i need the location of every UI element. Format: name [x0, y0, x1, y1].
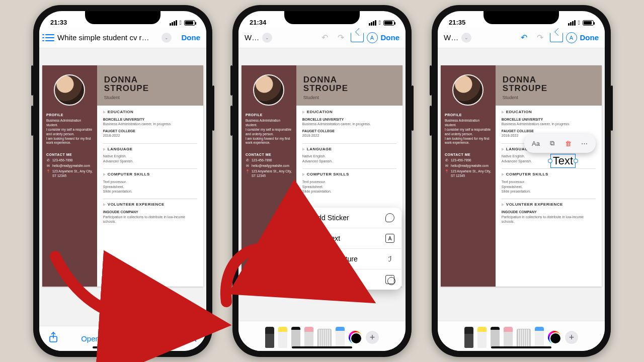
marker-tool[interactable] — [477, 327, 487, 348]
add-button[interactable]: + — [565, 331, 578, 344]
duplicate-button[interactable]: ⧉ — [545, 137, 558, 150]
clock: 21:33 — [50, 19, 67, 26]
share-icon[interactable] — [48, 332, 58, 345]
chevron-down-icon[interactable]: ⌄ — [162, 33, 172, 43]
role: Student — [104, 95, 196, 101]
menu-add-sticker[interactable]: Add Sticker — [306, 208, 401, 228]
phone-1: 21:33 􀙇 White simple student cv r… ⌄ Don… — [33, 5, 212, 357]
document-title[interactable]: White simple student cv r… — [57, 33, 158, 42]
redo-icon[interactable]: ↷ — [335, 31, 348, 44]
name-line-1: DONNA — [104, 75, 196, 84]
marker-tool[interactable] — [278, 327, 287, 348]
toc-icon[interactable] — [45, 34, 54, 41]
done-button[interactable]: Done — [182, 33, 201, 42]
document-title[interactable]: W… — [444, 33, 458, 42]
sticker-icon — [385, 213, 394, 222]
markup-icon[interactable]: ✎ — [153, 333, 165, 344]
pencil-tool[interactable] — [491, 327, 500, 348]
resize-handle-right[interactable] — [574, 159, 578, 163]
more-button[interactable]: ⋯ — [578, 137, 591, 150]
battery-icon — [184, 20, 195, 26]
pen-tool[interactable] — [265, 327, 274, 348]
shape-icon — [385, 275, 394, 284]
contact-phone: 123-456-7890 — [52, 158, 72, 163]
undo-icon[interactable]: ↶ — [518, 31, 531, 44]
open-in-books-button[interactable]: Open in Books — [81, 334, 130, 343]
avatar — [54, 74, 85, 106]
color-picker[interactable] — [548, 331, 561, 344]
menu-add-text[interactable]: Add TextA — [306, 228, 401, 248]
wifi-icon: 􀙇 — [379, 19, 381, 26]
home-indicator[interactable] — [292, 346, 352, 348]
clock: 21:35 — [449, 19, 465, 26]
cv-document[interactable]: PROFILE Business Administration student.… — [441, 65, 602, 287]
signature-icon: ℐ — [385, 254, 394, 263]
volunteer-heading: VOLUNTEER EXPERIENCE — [108, 202, 165, 207]
cell-signal-icon — [170, 20, 177, 26]
skills-heading: COMPUTER SKILLS — [108, 172, 150, 176]
markup-toggle-icon[interactable] — [351, 33, 364, 42]
clock: 21:34 — [250, 19, 266, 26]
contact-heading: CONTACT ME — [46, 152, 93, 157]
contact-email: hello@reallygreatsite.com — [52, 164, 90, 168]
search-icon[interactable] — [187, 332, 197, 345]
add-button[interactable]: + — [366, 331, 379, 344]
profile-heading: PROFILE — [46, 113, 93, 117]
svg-point-1 — [188, 334, 194, 340]
cell-signal-icon — [369, 20, 376, 26]
text-edit-callout: Aa ⧉ 🗑 ⋯ — [524, 134, 596, 153]
text-annotation[interactable]: Text — [550, 154, 576, 168]
color-picker[interactable] — [349, 331, 362, 344]
home-indicator[interactable] — [93, 346, 153, 348]
menu-add-shape[interactable]: Add Shape — [306, 269, 401, 290]
delete-button[interactable]: 🗑 — [561, 137, 575, 150]
ruler-tool[interactable] — [517, 329, 531, 348]
cell-signal-icon — [568, 20, 576, 26]
battery-icon — [383, 20, 394, 26]
chevron-down-icon[interactable]: ⌄ — [461, 33, 471, 43]
menu-add-signature[interactable]: Add Signatureℐ — [306, 248, 401, 269]
nav-bar: White simple student cv r… ⌄ Done — [39, 27, 206, 48]
resize-handle-left[interactable] — [548, 159, 552, 163]
name-line-2: STROUPE — [104, 84, 196, 93]
pencil-tool[interactable] — [291, 327, 300, 348]
markup-toggle-icon[interactable] — [550, 33, 563, 42]
auto-icon[interactable]: A — [367, 32, 378, 43]
done-button[interactable]: Done — [381, 33, 400, 42]
phone-3: 21:35 􀙇 W… ⌄ ↶ ↷ A Done PROFILE Business… — [432, 5, 611, 357]
phone-2: 21:34 􀙇 W… ⌄ ↶ ↷ A Done PROFILE Business… — [232, 5, 412, 357]
contact-address: 123 Anywhere St., Any City, ST 12345 — [52, 169, 93, 178]
ruler-tool[interactable] — [317, 329, 332, 348]
eraser-tool[interactable] — [504, 327, 513, 348]
pen-tool[interactable] — [464, 327, 473, 348]
auto-icon[interactable]: A — [566, 32, 577, 43]
font-button[interactable]: Aa — [529, 137, 542, 150]
redo-icon[interactable]: ↷ — [534, 31, 547, 44]
cv-document[interactable]: PROFILE Business Administration student.… — [42, 65, 203, 287]
lasso-tool[interactable] — [535, 327, 544, 348]
undo-icon[interactable]: ↶ — [318, 31, 332, 44]
add-menu: Add Sticker Add TextA Add Signatureℐ Add… — [306, 208, 401, 290]
education-heading: EDUCATION — [108, 110, 133, 114]
home-indicator[interactable] — [491, 346, 551, 348]
battery-icon — [583, 20, 594, 26]
wifi-icon: 􀙇 — [180, 19, 182, 26]
language-heading: LANGUAGE — [108, 147, 133, 151]
done-button[interactable]: Done — [580, 33, 599, 42]
lasso-tool[interactable] — [336, 327, 345, 348]
wifi-icon: 􀙇 — [578, 19, 580, 26]
profile-text: Business Administration student. I consi… — [46, 119, 93, 145]
document-title[interactable]: W… — [245, 33, 259, 42]
text-icon: A — [385, 234, 394, 243]
chevron-down-icon[interactable]: ⌄ — [262, 33, 272, 43]
eraser-tool[interactable] — [304, 327, 313, 348]
